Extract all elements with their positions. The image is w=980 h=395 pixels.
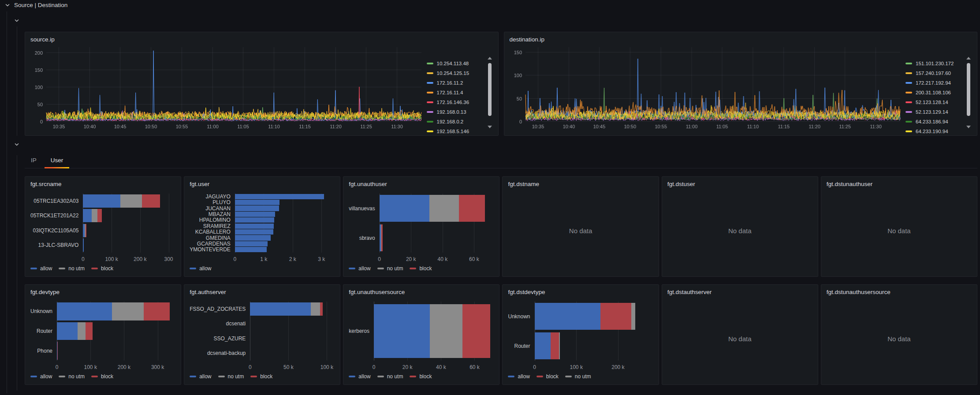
scroll-down-arrow-icon[interactable] — [966, 126, 971, 128]
legend-item[interactable]: allow — [30, 373, 52, 380]
stacked-bar[interactable] — [57, 302, 170, 320]
legend-item[interactable]: 200.31.108.106 — [905, 88, 965, 97]
legend-item[interactable]: no utm — [59, 265, 85, 272]
stacked-bar[interactable] — [235, 224, 274, 229]
bar-row[interactable] — [250, 317, 333, 332]
bar-row[interactable] — [235, 205, 333, 211]
legend-scrollbar[interactable] — [488, 57, 492, 128]
bar-row[interactable] — [235, 199, 333, 205]
bar-row[interactable] — [250, 302, 333, 317]
bar-row[interactable] — [535, 331, 652, 361]
legend-item[interactable]: 192.168.0.2 — [427, 117, 486, 127]
bar-row[interactable] — [57, 341, 174, 361]
panel-title[interactable]: fgt.srcname — [30, 180, 175, 188]
legend-item[interactable]: 52.123.129.14 — [905, 107, 965, 117]
stacked-bar[interactable] — [235, 235, 271, 240]
legend-item[interactable]: 52.123.128.14 — [905, 97, 965, 107]
stacked-bar[interactable] — [235, 217, 275, 223]
legend-item[interactable]: 10.254.125.15 — [427, 68, 486, 78]
legend-item[interactable]: 151.101.230.172 — [905, 59, 965, 68]
legend-item[interactable]: block — [250, 373, 272, 380]
stacked-bar[interactable] — [235, 212, 275, 217]
chevron-down-icon[interactable] — [14, 18, 20, 24]
stacked-bar[interactable] — [235, 194, 324, 199]
panel-title[interactable]: fgt.dstauthserver — [667, 288, 812, 296]
stacked-bar[interactable] — [535, 303, 635, 330]
legend-item[interactable]: allow — [30, 265, 52, 272]
panel-title[interactable]: destination.ip — [510, 36, 972, 44]
stacked-bar[interactable] — [57, 342, 58, 360]
scrollbar-thumb[interactable] — [488, 63, 492, 116]
stacked-bar[interactable] — [83, 209, 102, 222]
bar-row[interactable] — [380, 223, 492, 253]
legend-item[interactable]: block — [91, 265, 113, 272]
scroll-up-arrow-icon[interactable] — [488, 57, 492, 60]
stacked-bar[interactable] — [57, 322, 93, 340]
dashboard-row-header[interactable]: Source | Destination — [4, 2, 67, 8]
scrollbar-thumb[interactable] — [967, 63, 970, 116]
panel-title[interactable]: fgt.unauthusersource — [349, 288, 494, 296]
panel-title[interactable]: fgt.dstunauthuser — [827, 180, 972, 188]
legend-item[interactable]: block — [410, 265, 432, 272]
legend-item[interactable]: no utm — [59, 373, 85, 380]
panel-title[interactable]: fgt.devtype — [30, 288, 175, 296]
stacked-bar[interactable] — [235, 229, 273, 235]
bar-row[interactable] — [235, 217, 333, 223]
destination-ip-chart[interactable] — [510, 44, 902, 132]
stacked-bar[interactable] — [250, 302, 322, 316]
panel-title[interactable]: fgt.dstname — [508, 180, 653, 188]
bar-row[interactable] — [83, 223, 174, 238]
bar-row[interactable] — [83, 194, 174, 209]
legend-item[interactable]: no utm — [377, 373, 403, 380]
bar-row[interactable] — [380, 194, 492, 223]
legend-item[interactable]: allow — [190, 373, 211, 380]
stacked-bar[interactable] — [83, 238, 84, 252]
legend-item[interactable]: allow — [190, 265, 211, 272]
legend-item[interactable]: 64.233.186.94 — [905, 117, 965, 127]
source-ip-plot[interactable] — [30, 44, 423, 132]
panel-title[interactable]: source.ip — [30, 36, 493, 44]
bar-row[interactable] — [374, 302, 492, 361]
legend-item[interactable]: 192.168.5.146 — [427, 127, 486, 136]
stacked-bar[interactable] — [235, 247, 267, 252]
stacked-bar[interactable] — [235, 205, 279, 211]
bar-row[interactable] — [57, 302, 174, 321]
bar-row[interactable] — [235, 247, 333, 253]
stacked-bar[interactable] — [235, 241, 268, 246]
bar-row[interactable] — [83, 238, 174, 253]
legend-item[interactable]: 64.233.190.94 — [905, 127, 965, 136]
legend-item[interactable]: 10.254.113.48 — [427, 59, 486, 68]
legend-item[interactable]: allow — [349, 373, 370, 380]
legend-item[interactable]: no utm — [377, 265, 403, 272]
legend-item[interactable]: no utm — [565, 373, 591, 380]
panel-title[interactable]: fgt.user — [190, 180, 335, 188]
stacked-bar[interactable] — [374, 304, 490, 358]
legend-item[interactable]: no utm — [218, 373, 244, 380]
bar-row[interactable] — [235, 241, 333, 246]
tab-user[interactable]: User — [45, 153, 70, 168]
chevron-down-icon[interactable] — [4, 2, 11, 8]
bar-row[interactable] — [235, 194, 333, 199]
legend-item[interactable]: 157.240.197.60 — [905, 68, 965, 78]
bar-row[interactable] — [250, 331, 333, 346]
panel-title[interactable]: fgt.dstdevtype — [508, 288, 653, 296]
legend-scrollbar[interactable] — [966, 57, 971, 128]
destination-ip-plot[interactable] — [510, 44, 902, 132]
panel-title[interactable]: fgt.dstuser — [667, 180, 812, 188]
stacked-bar[interactable] — [380, 195, 485, 222]
chevron-down-icon[interactable] — [14, 142, 20, 148]
legend-item[interactable]: 172.16.11.4 — [427, 88, 486, 97]
legend-item[interactable]: 172.16.11.2 — [427, 78, 486, 88]
stacked-bar[interactable] — [83, 194, 160, 208]
stacked-bar[interactable] — [380, 224, 383, 251]
stacked-bar[interactable] — [235, 200, 279, 205]
scroll-up-arrow-icon[interactable] — [966, 57, 971, 60]
legend-item[interactable]: block — [410, 373, 432, 380]
bar-row[interactable] — [250, 346, 333, 361]
bar-row[interactable] — [535, 302, 652, 331]
legend-item[interactable]: allow — [349, 265, 370, 272]
bar-row[interactable] — [235, 235, 333, 241]
legend-item[interactable]: 172.217.192.94 — [905, 78, 965, 88]
bar-row[interactable] — [235, 223, 333, 229]
bar-row[interactable] — [83, 209, 174, 224]
